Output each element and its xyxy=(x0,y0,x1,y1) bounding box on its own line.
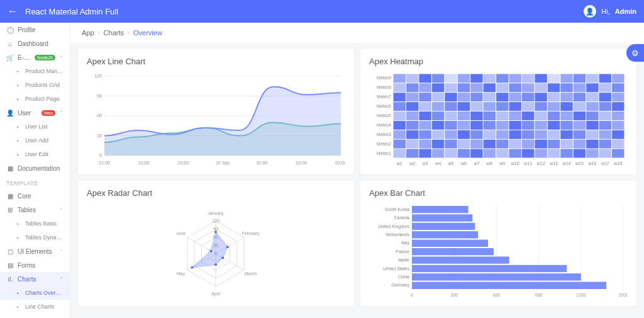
svg-rect-26 xyxy=(509,74,521,83)
svg-rect-36 xyxy=(406,83,418,92)
breadcrumb-app[interactable]: App xyxy=(82,29,94,37)
sidebar-item-user-list[interactable]: ●User List xyxy=(0,120,70,133)
svg-rect-147 xyxy=(445,140,457,149)
svg-rect-101 xyxy=(548,111,560,120)
bullet-icon: ● xyxy=(14,150,21,158)
svg-rect-114 xyxy=(484,121,496,130)
svg-rect-83 xyxy=(548,102,560,111)
svg-rect-166 xyxy=(458,149,470,158)
svg-rect-163 xyxy=(419,149,431,158)
layers-icon: ▢ xyxy=(6,247,14,255)
svg-rect-93 xyxy=(445,111,457,120)
svg-text:Canada: Canada xyxy=(394,215,409,220)
svg-rect-69 xyxy=(599,93,611,101)
svg-rect-255 xyxy=(412,265,567,272)
svg-text:Metric1: Metric1 xyxy=(377,151,391,156)
sidebar-item-ui-elements[interactable]: ▢UI Elements⌃ xyxy=(0,244,70,258)
svg-text:Netherlands: Netherlands xyxy=(386,232,409,237)
svg-rect-24 xyxy=(484,74,496,83)
svg-rect-168 xyxy=(484,149,496,158)
svg-text:0: 0 xyxy=(99,153,102,157)
sidebar-item-e-commerce[interactable]: 🛒E-commerceNodeJS⌃ xyxy=(0,50,70,64)
sidebar-item-user-edit[interactable]: ●User Edit xyxy=(0,147,70,161)
sidebar-item-label: Tables Dynamic xyxy=(25,234,64,241)
svg-point-226 xyxy=(214,263,217,266)
sidebar-item-tables-dynamic[interactable]: ●Tables Dynamic xyxy=(0,230,70,244)
svg-rect-30 xyxy=(560,74,572,83)
svg-text:w1: w1 xyxy=(396,161,402,166)
svg-rect-46 xyxy=(535,83,547,92)
svg-rect-77 xyxy=(470,102,482,111)
sidebar-item-user[interactable]: 👤UserNew⌃ xyxy=(0,106,70,120)
svg-rect-28 xyxy=(535,74,547,83)
sidebar-item-label: User Add xyxy=(25,137,64,144)
sidebar-item-label: Product Page xyxy=(25,96,64,102)
sidebar-item-products-grid[interactable]: ●Products Grid xyxy=(0,78,70,92)
svg-rect-149 xyxy=(470,140,482,149)
svg-rect-54 xyxy=(406,93,418,101)
back-icon[interactable]: ← xyxy=(8,6,18,17)
svg-text:w2: w2 xyxy=(409,161,415,166)
user-menu[interactable]: 👤 Hi, Admin xyxy=(584,5,636,18)
svg-text:Japan: Japan xyxy=(397,258,409,263)
sidebar-item-tables-basic[interactable]: ●Tables Basic xyxy=(0,217,70,230)
app-header: ← React Material Admin Full 👤 Hi, Admin xyxy=(0,0,644,23)
svg-text:January: January xyxy=(208,211,224,216)
svg-rect-91 xyxy=(419,111,431,120)
chevron-right-icon: › xyxy=(98,30,100,36)
svg-rect-50 xyxy=(586,83,598,92)
svg-point-228 xyxy=(209,250,212,253)
sidebar-item-product-manage[interactable]: ●Product Manage xyxy=(0,64,70,78)
sidebar-item-product-page[interactable]: ●Product Page xyxy=(0,92,70,106)
chart-title: Apex Heatmap xyxy=(369,57,628,66)
svg-rect-96 xyxy=(484,111,496,120)
svg-rect-171 xyxy=(522,149,534,158)
svg-rect-156 xyxy=(560,140,572,149)
svg-rect-146 xyxy=(432,140,444,149)
chart-body: 030060090012001500South KoreaCanadaUnite… xyxy=(369,204,628,298)
svg-rect-65 xyxy=(548,93,560,101)
sidebar-item-documentation[interactable]: ▦Documentation xyxy=(0,161,70,175)
badge: New xyxy=(42,110,55,116)
svg-rect-259 xyxy=(412,282,606,289)
sidebar-item-line-charts[interactable]: ●Line Charts xyxy=(0,300,70,314)
svg-rect-45 xyxy=(522,83,534,92)
settings-fab[interactable]: ⚙ xyxy=(626,44,644,62)
bullet-icon: ● xyxy=(14,289,21,297)
svg-rect-169 xyxy=(496,149,508,158)
svg-rect-27 xyxy=(522,74,534,83)
svg-text:South Korea: South Korea xyxy=(385,207,409,212)
svg-text:900: 900 xyxy=(535,293,543,297)
svg-rect-22 xyxy=(458,74,470,83)
sidebar-item-charts-overview[interactable]: ●Charts Overview xyxy=(0,286,70,300)
svg-rect-118 xyxy=(535,121,547,130)
svg-text:Metric2: Metric2 xyxy=(377,142,391,146)
sidebar-item-profile[interactable]: ◯Profile xyxy=(0,23,70,37)
chevron-icon: ⌃ xyxy=(59,55,64,60)
svg-rect-160 xyxy=(612,140,624,149)
svg-rect-18 xyxy=(406,74,418,83)
svg-rect-76 xyxy=(458,102,470,111)
sidebar-item-label: E-commerce xyxy=(18,54,31,61)
svg-rect-161 xyxy=(394,149,406,158)
svg-rect-141 xyxy=(599,130,611,139)
sidebar-item-charts[interactable]: ıl.Charts⌃ xyxy=(0,272,70,286)
svg-rect-63 xyxy=(522,93,534,101)
sidebar-item-label: Charts Overview xyxy=(25,290,64,296)
sidebar-item-dashboard[interactable]: ⌂Dashboard xyxy=(0,37,70,50)
breadcrumb-section[interactable]: Charts xyxy=(104,29,124,37)
sidebar-item-core[interactable]: ▦Core xyxy=(0,189,70,203)
svg-text:w16: w16 xyxy=(587,161,596,166)
greeting: Hi, xyxy=(601,8,609,15)
svg-rect-47 xyxy=(548,83,560,92)
svg-rect-92 xyxy=(432,111,444,120)
svg-rect-25 xyxy=(496,74,508,83)
svg-rect-103 xyxy=(574,111,586,120)
sidebar-item-tables[interactable]: ⊞Tables⌃ xyxy=(0,203,70,217)
svg-rect-165 xyxy=(445,149,457,158)
sidebar-item-user-add[interactable]: ●User Add xyxy=(0,133,70,147)
home-icon: ⌂ xyxy=(6,40,14,47)
svg-rect-174 xyxy=(560,149,572,158)
sidebar-item-forms[interactable]: ▤Forms xyxy=(0,258,70,272)
chart-card: Apex HeatmapMetric9Metric8Metric7Metric6… xyxy=(360,49,636,174)
